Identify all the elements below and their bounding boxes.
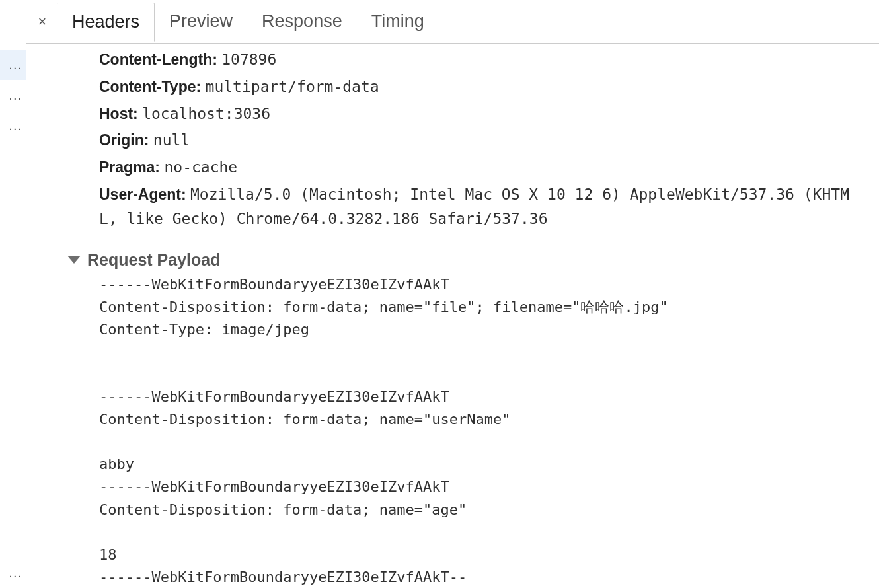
tabbar: × Headers Preview Response Timing (26, 0, 879, 44)
header-value: 107896 (221, 51, 276, 68)
header-row: Content-Length: 107896 (99, 48, 866, 72)
sidebar-gap (0, 141, 26, 558)
tab-label: Preview (169, 11, 233, 31)
sidebar: ... ... ... ... (0, 0, 26, 588)
tab-preview[interactable]: Preview (155, 3, 247, 41)
header-name: Content-Type: (99, 78, 201, 95)
tab-timing[interactable]: Timing (357, 3, 439, 41)
sidebar-item-1[interactable]: ... (0, 50, 26, 80)
header-row: Host: localhost:3036 (99, 102, 866, 126)
header-value: localhost:3036 (142, 105, 270, 122)
header-name: Host: (99, 105, 138, 122)
header-name: Pragma: (99, 159, 160, 176)
section-title: Request Payload (87, 250, 220, 270)
content-scroll[interactable]: Content-Length: 107896 Content-Type: mul… (26, 44, 879, 588)
header-value: null (153, 131, 190, 149)
triangle-down-icon (67, 256, 81, 264)
sidebar-item-3[interactable]: ... (0, 110, 26, 141)
sidebar-item-2[interactable]: ... (0, 80, 26, 110)
header-row: Content-Type: multipart/form-data (99, 75, 866, 99)
header-name: Origin: (99, 131, 149, 149)
sidebar-item-bottom[interactable]: ... (0, 558, 26, 588)
section-request-payload[interactable]: Request Payload (26, 246, 879, 274)
request-headers-block: Content-Length: 107896 Content-Type: mul… (26, 48, 879, 242)
header-value: no-cache (164, 159, 237, 176)
tab-response[interactable]: Response (247, 3, 357, 41)
header-row: Pragma: no-cache (99, 155, 866, 180)
tab-headers[interactable]: Headers (57, 3, 155, 42)
close-button[interactable]: × (30, 10, 54, 34)
header-row: Origin: null (99, 128, 866, 153)
ellipsis-icon: ... (9, 88, 22, 103)
ellipsis-icon: ... (9, 566, 22, 581)
header-value: Mozilla/5.0 (Macintosh; Intel Mac OS X 1… (99, 186, 849, 227)
close-icon: × (38, 13, 47, 30)
tab-label: Headers (72, 12, 139, 32)
tab-label: Timing (371, 11, 424, 31)
tab-label: Response (262, 11, 342, 31)
header-name: User-Agent: (99, 186, 186, 203)
ellipsis-icon: ... (9, 57, 22, 73)
main-panel: × Headers Preview Response Timing Conten… (26, 0, 879, 588)
header-row: User-Agent: Mozilla/5.0 (Macintosh; Inte… (99, 182, 866, 231)
request-payload-body: ------WebKitFormBoundaryyeEZI30eIZvfAAkT… (26, 274, 879, 588)
header-value: multipart/form-data (206, 78, 379, 95)
header-name: Content-Length: (99, 51, 217, 68)
ellipsis-icon: ... (9, 118, 22, 133)
